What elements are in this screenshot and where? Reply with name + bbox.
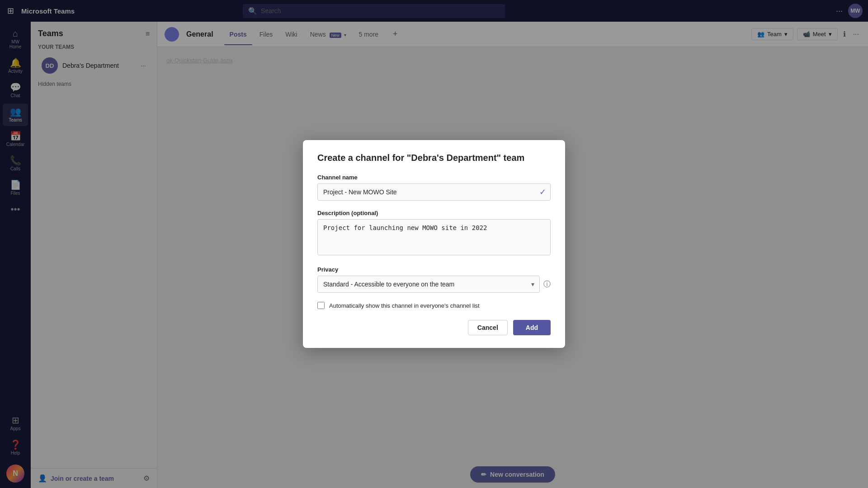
modal-overlay: Create a channel for "Debra's Department… bbox=[0, 0, 868, 488]
privacy-select-wrap: Standard - Accessible to everyone on the… bbox=[317, 276, 551, 293]
auto-show-label: Automatically show this channel in every… bbox=[329, 302, 480, 309]
modal-title: Create a channel for "Debra's Department… bbox=[317, 153, 551, 163]
channel-name-input[interactable] bbox=[317, 183, 551, 201]
check-icon: ✓ bbox=[539, 187, 546, 197]
auto-show-row: Automatically show this channel in every… bbox=[317, 302, 551, 309]
privacy-group: Privacy Standard - Accessible to everyon… bbox=[317, 266, 551, 293]
channel-name-label: Channel name bbox=[317, 174, 551, 181]
create-channel-modal: Create a channel for "Debra's Department… bbox=[303, 140, 565, 348]
privacy-select[interactable]: Standard - Accessible to everyone on the… bbox=[317, 276, 540, 293]
add-button[interactable]: Add bbox=[513, 320, 551, 335]
privacy-label: Privacy bbox=[317, 266, 551, 273]
modal-actions: Cancel Add bbox=[317, 320, 551, 335]
description-group: Description (optional) Project for launc… bbox=[317, 210, 551, 257]
privacy-info-icon[interactable]: ⓘ bbox=[543, 280, 551, 289]
cancel-button[interactable]: Cancel bbox=[468, 320, 508, 335]
channel-name-input-wrap: ✓ bbox=[317, 183, 551, 201]
description-input[interactable]: Project for launching new MOWO site in 2… bbox=[317, 219, 551, 255]
auto-show-checkbox[interactable] bbox=[317, 302, 325, 309]
channel-name-group: Channel name ✓ bbox=[317, 174, 551, 201]
description-label: Description (optional) bbox=[317, 210, 551, 216]
